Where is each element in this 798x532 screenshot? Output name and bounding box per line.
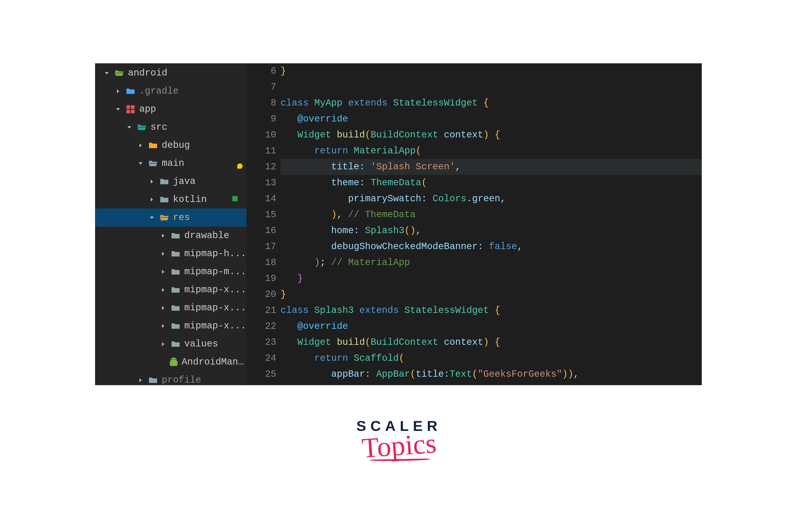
tree-item-mipmap-x-[interactable]: mipmap-x... [95, 317, 246, 335]
code-token: "GeeksForGeeks" [478, 369, 562, 380]
code-line[interactable]: class Splash3 extends StatelessWidget { [280, 303, 702, 319]
code-line[interactable]: appBar: AppBar(title:Text("GeeksForGeeks… [280, 366, 702, 382]
line-number: 7 [246, 79, 276, 95]
code-line[interactable]: } [280, 287, 702, 303]
code-token: build [337, 130, 365, 140]
line-number: 16 [246, 223, 276, 239]
tree-item-androidman-[interactable]: AndroidMan... [95, 353, 246, 371]
code-token: MaterialApp [354, 146, 416, 156]
code-token: context [444, 337, 483, 348]
folder-icon [147, 375, 160, 385]
code-line[interactable]: @override [280, 111, 702, 127]
folder-icon [169, 230, 182, 241]
tree-item-label: mipmap-x... [184, 303, 246, 314]
code-line[interactable]: return Scaffold( [280, 350, 702, 366]
chevron-right-icon[interactable] [159, 323, 168, 329]
folder-icon [169, 248, 182, 259]
tree-item-mipmap-h-[interactable]: mipmap-h... [95, 245, 246, 263]
tree-item-res[interactable]: res [95, 209, 246, 227]
tree-item-android[interactable]: android [95, 64, 246, 82]
code-line[interactable]: ), // ThemeData [280, 207, 702, 223]
chevron-down-icon[interactable] [102, 70, 111, 76]
chevron-right-icon[interactable] [159, 341, 168, 347]
tree-item-kotlin[interactable]: kotlin [95, 190, 246, 209]
file-explorer[interactable]: android.gradleappsrcdebugmainjavakotlinr… [95, 63, 246, 385]
grid-icon [124, 104, 137, 115]
tree-item-mipmap-x-[interactable]: mipmap-x... [95, 281, 246, 299]
folder-open-icon [147, 158, 160, 169]
code-token: Widget [297, 130, 337, 140]
tree-item-debug[interactable]: debug [95, 136, 246, 154]
tree-item-main[interactable]: main [95, 154, 246, 172]
tree-item--gradle[interactable]: .gradle [95, 82, 246, 100]
code-line[interactable]: Widget build(BuildContext context) { [280, 335, 702, 350]
line-number: 10 [246, 127, 276, 143]
code-line[interactable]: } [280, 271, 702, 287]
code-line[interactable]: class MyApp extends StatelessWidget { [280, 95, 702, 111]
tree-item-label: android [128, 68, 167, 79]
code-token: BuildContext [371, 130, 444, 140]
code-token: )) [562, 369, 573, 380]
tree-item-profile[interactable]: profile [95, 371, 246, 385]
code-token: { [495, 305, 500, 316]
chevron-right-icon[interactable] [136, 377, 145, 383]
folder-icon [158, 176, 171, 187]
code-line[interactable]: Widget build(BuildContext context) { [280, 127, 702, 143]
code-token: extends [348, 98, 393, 108]
code-token: , [337, 209, 348, 220]
code-token: } [280, 66, 286, 76]
code-editor[interactable]: }class MyApp extends StatelessWidget { @… [280, 63, 702, 385]
code-token: , [573, 369, 579, 380]
chevron-down-icon[interactable] [147, 214, 156, 221]
code-token: ) [314, 257, 320, 268]
code-line[interactable]: debugShowCheckedModeBanner: false, [280, 239, 702, 255]
code-token: Scaffold [354, 353, 399, 364]
code-token: ( [410, 369, 416, 380]
chevron-right-icon[interactable] [159, 305, 168, 311]
code-token: ) { [483, 130, 500, 140]
code-line[interactable]: home: Splash3(), [280, 223, 702, 239]
tree-item-mipmap-m-[interactable]: mipmap-m... [95, 263, 246, 281]
code-token: title: [416, 369, 449, 380]
chevron-right-icon[interactable] [113, 88, 123, 95]
chevron-right-icon[interactable] [159, 269, 168, 275]
code-line[interactable]: } [280, 63, 702, 79]
code-line[interactable]: @override [280, 319, 702, 335]
line-number: 6 [246, 63, 276, 79]
code-token: , [517, 241, 523, 252]
code-token: ( [472, 369, 478, 380]
line-number: 24 [246, 350, 276, 366]
line-number: 17 [246, 239, 276, 255]
code-token: ) { [483, 337, 500, 348]
chevron-right-icon[interactable] [159, 287, 168, 293]
code-line[interactable]: return MaterialApp( [280, 143, 702, 159]
code-token: build [337, 337, 365, 348]
code-token: StatelessWidget [393, 98, 483, 108]
tree-item-drawable[interactable]: drawable [95, 227, 246, 245]
code-token: green [472, 193, 500, 204]
chevron-down-icon[interactable] [125, 124, 134, 131]
chevron-right-icon[interactable] [159, 250, 168, 257]
tree-item-app[interactable]: app [95, 100, 246, 118]
chevron-right-icon[interactable] [147, 196, 156, 203]
code-line[interactable]: ); // MaterialApp [280, 255, 702, 271]
code-token: () [404, 225, 416, 236]
chevron-down-icon[interactable] [136, 160, 145, 167]
chevron-right-icon[interactable] [147, 178, 156, 185]
chevron-right-icon[interactable] [136, 142, 145, 149]
chevron-down-icon[interactable] [113, 106, 123, 113]
code-token: home: [331, 225, 365, 236]
code-line[interactable] [280, 79, 702, 95]
code-token: ) [331, 209, 337, 220]
tree-item-values[interactable]: values [95, 335, 246, 353]
code-line[interactable]: theme: ThemeData( [280, 175, 702, 191]
code-line[interactable]: primarySwatch: Colors.green, [280, 191, 702, 207]
code-line[interactable]: title: 'Splash Screen', [280, 159, 702, 175]
line-number: 19 [246, 271, 276, 287]
tree-item-java[interactable]: java [95, 172, 246, 190]
chevron-right-icon[interactable] [159, 232, 168, 239]
tree-item-mipmap-x-[interactable]: mipmap-x... [95, 299, 246, 317]
tree-item-src[interactable]: src [95, 118, 246, 136]
tree-item-label: res [173, 212, 190, 223]
line-number: 15 [246, 207, 276, 223]
